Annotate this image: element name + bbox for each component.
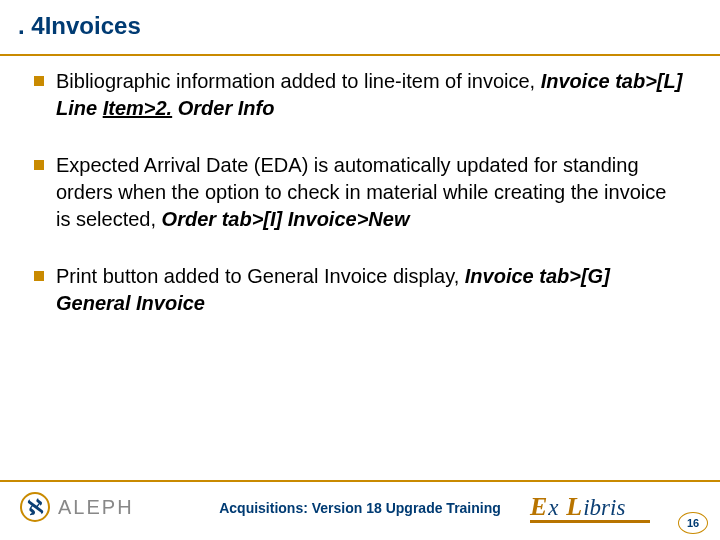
list-item: Print button added to General Invoice di… bbox=[34, 263, 684, 317]
exlibris-E: E bbox=[530, 492, 547, 521]
exlibris-underline bbox=[530, 520, 650, 523]
bullet-body: Bibliographic information added to line-… bbox=[56, 70, 541, 92]
title-divider bbox=[0, 54, 720, 56]
page-number-badge: 16 bbox=[678, 512, 708, 534]
bullet-list: Bibliographic information added to line-… bbox=[34, 68, 684, 347]
bullet-text: Expected Arrival Date (EDA) is automatic… bbox=[56, 152, 684, 233]
footer-divider bbox=[0, 480, 720, 482]
exlibris-ibris: ibris bbox=[583, 495, 625, 520]
exlibris-logo: Ex Libris bbox=[530, 492, 650, 523]
bullet-text: Print button added to General Invoice di… bbox=[56, 263, 684, 317]
footer: ℵ ALEPH Acquisitions: Version 18 Upgrade… bbox=[0, 480, 720, 540]
nav-path: Order tab>[I] Invoice>New bbox=[162, 208, 410, 230]
bullet-text: Bibliographic information added to line-… bbox=[56, 68, 684, 122]
title-prefix: . 4 bbox=[18, 12, 45, 39]
exlibris-L: L bbox=[566, 492, 582, 521]
bullet-icon bbox=[34, 76, 44, 86]
bullet-icon bbox=[34, 160, 44, 170]
page-number: 16 bbox=[687, 517, 699, 529]
path-segment-underlined: Item>2. bbox=[103, 97, 172, 119]
title-main: Invoices bbox=[45, 12, 141, 39]
page-number-oval: 16 bbox=[678, 512, 708, 534]
list-item: Bibliographic information added to line-… bbox=[34, 68, 684, 122]
path-segment: Order Info bbox=[172, 97, 274, 119]
bullet-body: Print button added to General Invoice di… bbox=[56, 265, 465, 287]
path-segment: Order tab>[I] Invoice>New bbox=[162, 208, 410, 230]
list-item: Expected Arrival Date (EDA) is automatic… bbox=[34, 152, 684, 233]
slide: . 4Invoices Bibliographic information ad… bbox=[0, 0, 720, 540]
exlibris-x: x bbox=[548, 495, 564, 520]
bullet-icon bbox=[34, 271, 44, 281]
slide-title: . 4Invoices bbox=[18, 12, 141, 40]
